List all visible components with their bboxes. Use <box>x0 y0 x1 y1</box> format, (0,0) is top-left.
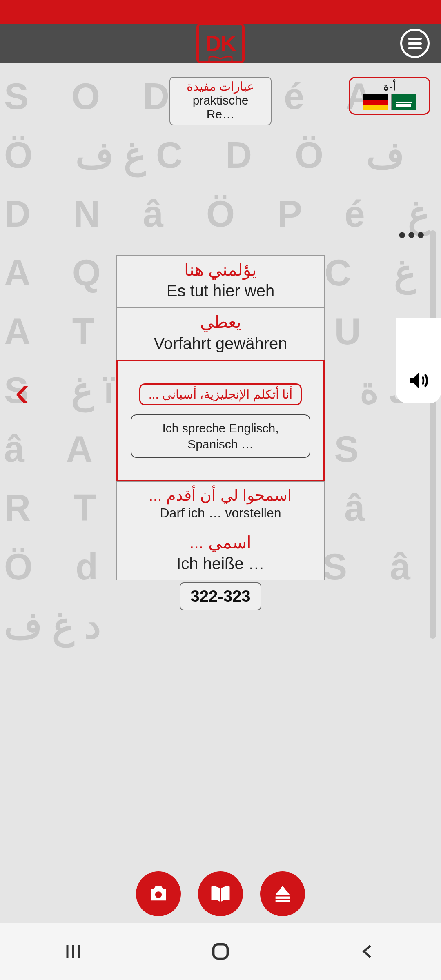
phrase-card[interactable]: يعطي Vorfahrt gewähren <box>116 307 325 359</box>
phrase-card[interactable]: ... اسمي Ich heiße … <box>116 528 325 580</box>
phrase-ar: يؤلمني هنا <box>120 260 321 280</box>
audio-play-button[interactable] <box>396 318 441 403</box>
app-header: DK <box>0 24 441 63</box>
app-logo: DK <box>196 23 245 64</box>
main-content: S O D Ö é A Ö غ ف C D Ö ف D N â Ö P é غ … <box>0 63 441 923</box>
phrase-card[interactable]: يؤلمني هنا Es tut hier weh <box>116 255 325 307</box>
svg-point-0 <box>155 891 162 898</box>
phrase-de: Darf ich … vorstellen <box>120 505 321 522</box>
scrollbar-track[interactable] <box>430 230 436 639</box>
logo-text: DK <box>205 31 236 56</box>
phrase-ar: ... اسمحوا لي أن أقدم <box>120 486 321 505</box>
alphabet-range-label: أ-ة <box>356 80 423 93</box>
phrase-ar: ... أنا أتكلم الإنجليزية، أسباني <box>149 387 292 402</box>
open-book-icon <box>208 882 233 906</box>
back-button[interactable] <box>358 942 378 961</box>
phrase-card-selected[interactable]: ... أنا أتكلم الإنجليزية، أسباني Ich spr… <box>116 360 325 481</box>
phrase-de: Es tut hier weh <box>120 280 321 301</box>
language-selector[interactable]: أ-ة <box>349 77 430 115</box>
phrase-de: Ich heiße … <box>120 553 321 574</box>
eject-icon <box>272 883 293 904</box>
phrase-card[interactable]: ... اسمحوا لي أن أقدم Darf ich … vorstel… <box>116 481 325 528</box>
selected-ar-box: ... أنا أتكلم الإنجليزية، أسباني <box>139 383 302 405</box>
home-button[interactable] <box>210 941 231 962</box>
page-range-indicator[interactable]: 322-323 <box>180 582 261 610</box>
camera-icon <box>147 882 170 905</box>
svg-rect-3 <box>276 900 290 902</box>
phrase-ar: يعطي <box>120 312 321 332</box>
svg-rect-4 <box>214 944 228 959</box>
phrase-ar: ... اسمي <box>120 532 321 553</box>
svg-rect-2 <box>276 897 290 899</box>
flag-germany-icon <box>363 94 388 110</box>
system-nav-bar <box>0 923 441 980</box>
status-bar <box>0 0 441 24</box>
speaker-icon <box>407 369 430 392</box>
recents-button[interactable] <box>63 942 83 961</box>
flag-saudi-icon <box>391 94 416 110</box>
selected-de-box: Ich spreche Englisch, Spanisch … <box>131 414 310 458</box>
menu-button[interactable] <box>400 29 430 58</box>
dictionary-button[interactable] <box>198 871 243 916</box>
category-label-ar: عبارات مفيدة <box>178 79 263 94</box>
card-stack: يؤلمني هنا Es tut hier weh يعطي Vorfahrt… <box>116 255 325 610</box>
category-label-de: praktische Re… <box>178 94 263 121</box>
phrase-de: Ich spreche Englisch, Spanisch … <box>140 420 301 452</box>
previous-button[interactable]: ‹ <box>15 365 30 417</box>
category-pill[interactable]: عبارات مفيدة praktische Re… <box>169 77 272 125</box>
overflow-menu-button[interactable]: ••• <box>398 222 426 247</box>
bottom-action-bar <box>136 871 305 916</box>
eject-button[interactable] <box>260 871 305 916</box>
camera-button[interactable] <box>136 871 181 916</box>
phrase-de: Vorfahrt gewähren <box>120 333 321 354</box>
